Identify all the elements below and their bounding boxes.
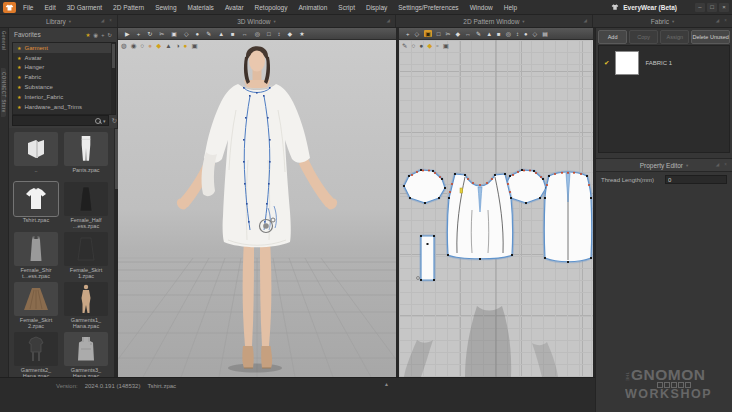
copy-button[interactable]: Copy <box>629 30 658 44</box>
display-3d-icon-1[interactable]: ◍ <box>121 42 127 50</box>
menu-item-14[interactable]: Help <box>504 4 517 11</box>
menu-item-12[interactable]: Settings/Preferences <box>398 4 458 11</box>
favorites-add-icon[interactable]: + <box>101 32 104 38</box>
pane-float-close-icons[interactable]: ◢ × <box>101 18 114 23</box>
3d-viewport[interactable]: ◍◉○●◆▲◑●▣ <box>118 40 396 377</box>
menu-item-4[interactable]: 2D Pattern <box>113 4 144 11</box>
favorites-item-hardware-and-trims[interactable]: ★Hardware_and_Trims <box>13 102 115 112</box>
file-garments1-hana[interactable]: Garments1_Hana.zpac <box>64 282 108 329</box>
tool-2d-icon-3[interactable]: ▣ <box>424 30 432 37</box>
display-3d-icon-9[interactable]: ▣ <box>192 42 198 50</box>
tool-3d-icon-14[interactable]: ↕ <box>278 31 281 37</box>
tool-3d-icon-10[interactable]: ■ <box>231 31 235 37</box>
tab-2d-pattern-window[interactable]: 2D Pattern Window ▾ ◢ <box>396 15 593 27</box>
sidebar-tab-general[interactable]: General <box>1 31 6 51</box>
menu-item-11[interactable]: Display <box>366 4 387 11</box>
fabric-swatch[interactable] <box>615 51 639 75</box>
favorites-star-icon[interactable]: ★ <box>85 32 90 38</box>
sub-tool-2d-icon-5[interactable]: ▫ <box>436 42 438 50</box>
menu-item-1[interactable]: File <box>23 4 33 11</box>
tool-2d-icon-6[interactable]: ◆ <box>455 30 460 37</box>
favorites-item-fabric[interactable]: ★Fabric <box>13 72 115 82</box>
refresh-icon[interactable]: ↻ <box>112 117 117 125</box>
display-3d-icon-8[interactable]: ● <box>184 42 188 50</box>
display-3d-icon-6[interactable]: ▲ <box>165 42 171 50</box>
file-pants[interactable]: Pants.zpac <box>64 132 108 179</box>
menu-item-7[interactable]: Avatar <box>225 4 244 11</box>
pane-float-close-icons[interactable]: ◢ × <box>716 18 729 23</box>
tool-3d-icon-15[interactable]: ◆ <box>288 30 293 37</box>
tool-2d-icon-9[interactable]: ▲ <box>486 31 492 37</box>
sub-tool-2d-icon-2[interactable]: ○ <box>411 42 415 50</box>
maximize-button[interactable]: □ <box>707 3 717 12</box>
tool-3d-icon-4[interactable]: ✂ <box>159 30 164 37</box>
assign-button[interactable]: Assign <box>660 30 689 44</box>
tool-2d-icon-11[interactable]: ◎ <box>506 30 511 37</box>
favorites-item-hanger[interactable]: ★Hanger <box>13 63 115 73</box>
tool-2d-icon-13[interactable]: ● <box>524 31 528 37</box>
pane-float-icon[interactable]: ◢ <box>387 18 392 23</box>
tool-3d-icon-11[interactable]: ↔ <box>242 31 248 37</box>
file-female-shirt-dress[interactable]: Female_Shirt...ess.zpac <box>14 232 58 279</box>
tool-2d-icon-1[interactable]: + <box>406 31 410 37</box>
tool-3d-icon-6[interactable]: ◇ <box>184 30 189 37</box>
file-tshirt[interactable]: Tshirt.zpac <box>14 182 58 229</box>
sidebar-tab-connect-store[interactable]: CONNECT Store <box>1 68 6 117</box>
tool-2d-icon-8[interactable]: ✎ <box>476 30 481 37</box>
tool-3d-icon-1[interactable]: ▶ <box>125 30 130 37</box>
file-female-skirt-2[interactable]: Female_Skirt2.zpac <box>14 282 58 329</box>
close-button[interactable]: × <box>719 3 729 12</box>
tool-3d-icon-7[interactable]: ● <box>196 31 200 37</box>
add-button[interactable]: Add <box>598 30 627 44</box>
timeline-toggle-icon[interactable]: ▲ <box>384 381 389 387</box>
favorites-user-icon[interactable]: ◉ <box>93 32 98 38</box>
tool-2d-icon-5[interactable]: ✂ <box>445 30 450 37</box>
display-3d-icon-2[interactable]: ◉ <box>131 42 137 50</box>
minimize-button[interactable]: – <box>695 3 705 12</box>
favorites-item-interior-fabric[interactable]: ★Interior_Fabric <box>13 92 115 102</box>
tool-2d-icon-14[interactable]: ◇ <box>533 30 538 37</box>
delete-unused-button[interactable]: Delete Unused <box>691 30 730 44</box>
tool-3d-icon-9[interactable]: ▲ <box>218 31 224 37</box>
sub-tool-2d-icon-1[interactable]: ✎ <box>402 42 407 50</box>
menu-item-5[interactable]: Sewing <box>155 4 176 11</box>
search-icon[interactable] <box>95 118 101 124</box>
sub-tool-2d-icon-6[interactable]: ▣ <box>443 42 449 50</box>
display-3d-icon-5[interactable]: ◆ <box>156 42 161 50</box>
menu-item-2[interactable]: Edit <box>44 4 55 11</box>
tab-3d-window[interactable]: 3D Window ▾ ◢ <box>118 15 396 27</box>
search-input[interactable] <box>15 118 93 124</box>
menu-item-3[interactable]: 3D Garment <box>67 4 102 11</box>
sub-tool-2d-icon-3[interactable]: ● <box>419 42 423 50</box>
favorites-refresh-icon[interactable]: ↻ <box>107 32 112 38</box>
fabric-list-item[interactable]: ✔ FABRIC 1 <box>599 46 729 75</box>
file-folder-up[interactable]: .. <box>14 132 58 179</box>
favorites-item-avatar[interactable]: ★Avatar <box>13 53 115 63</box>
tool-2d-icon-4[interactable]: □ <box>437 31 441 37</box>
tool-3d-icon-8[interactable]: ✎ <box>206 30 211 37</box>
tool-3d-icon-12[interactable]: ◎ <box>255 30 260 37</box>
search-caret-icon[interactable]: ▾ <box>103 118 106 124</box>
sub-tool-2d-icon-4[interactable]: ◆ <box>427 42 432 50</box>
tool-2d-icon-2[interactable]: ◇ <box>415 30 420 37</box>
2d-pattern-canvas[interactable]: ✎○●◆▫▣ <box>399 40 593 377</box>
favorites-scrollbar[interactable] <box>111 43 115 114</box>
thread-length-input[interactable] <box>665 175 727 184</box>
menu-item-10[interactable]: Script <box>338 4 355 11</box>
pane-float-icon[interactable]: ◢ <box>584 18 589 23</box>
tool-2d-icon-15[interactable]: ▤ <box>542 30 548 37</box>
file-female-half-dress[interactable]: Female_Half...ess.zpac <box>64 182 108 229</box>
file-garments2-hana[interactable]: Garments2_Hana.zpac <box>14 332 58 377</box>
display-3d-icon-4[interactable]: ● <box>148 42 152 50</box>
tool-3d-icon-3[interactable]: ↻ <box>147 30 152 37</box>
tool-2d-icon-7[interactable]: ↔ <box>465 31 471 37</box>
display-3d-icon-7[interactable]: ◑ <box>176 42 180 50</box>
tool-2d-icon-10[interactable]: ■ <box>497 31 501 37</box>
splitter[interactable] <box>396 28 399 377</box>
tab-library[interactable]: Library ▾ ◢ × <box>0 15 118 27</box>
menu-item-13[interactable]: Window <box>470 4 493 11</box>
file-female-skirt-1[interactable]: Female_Skirt1.zpac <box>64 232 108 279</box>
menu-item-9[interactable]: Animation <box>298 4 327 11</box>
pane-float-close-icons[interactable]: ◢ × <box>716 162 729 167</box>
menu-item-8[interactable]: Retopology <box>255 4 288 11</box>
